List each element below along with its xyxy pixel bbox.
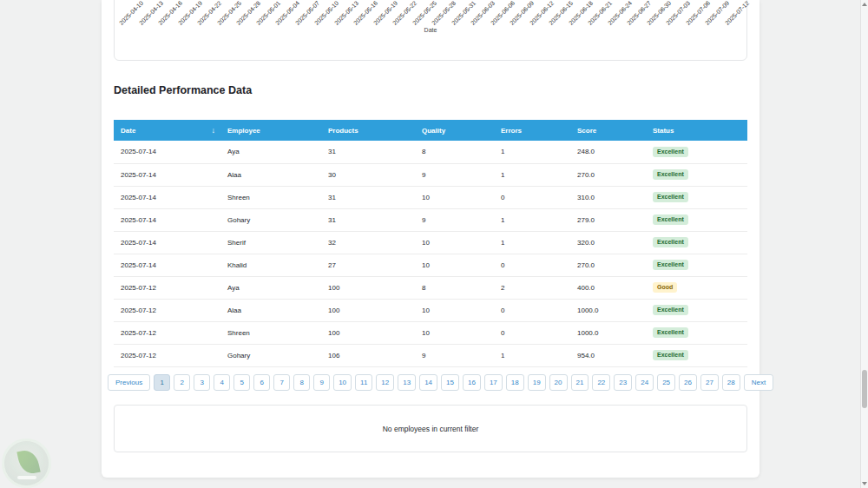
page-button[interactable]: 23	[614, 374, 632, 391]
table-cell: 9	[415, 163, 494, 186]
table-cell: 310.0	[570, 186, 646, 208]
section-title: Detailed Performance Data	[114, 84, 252, 96]
column-header-status[interactable]: Status	[646, 120, 747, 141]
page-button[interactable]: 11	[355, 374, 372, 391]
table-cell: 31	[321, 186, 415, 208]
table-cell: 2	[494, 276, 570, 299]
page-button[interactable]: 4	[214, 374, 230, 391]
table-cell: 2025-07-14	[114, 163, 220, 186]
table-cell: Shreen	[220, 186, 321, 208]
table-cell: Aya	[220, 276, 321, 299]
table-cell-status: Excellent	[646, 163, 747, 186]
table-cell: Shreen	[220, 321, 321, 344]
table-row: 2025-07-12Shreen1001001000.0Excellent	[114, 321, 747, 344]
page-button[interactable]: 5	[233, 374, 250, 391]
table-cell-status: Excellent	[646, 186, 747, 208]
table-cell: 2025-07-12	[114, 344, 220, 366]
table-header-row: Date ↓ Employee Products Quality Errors …	[114, 120, 747, 141]
table-cell: 400.0	[570, 276, 646, 299]
sort-descending-icon[interactable]: ↓	[212, 126, 216, 135]
column-label: Quality	[422, 127, 445, 135]
table-cell: 8	[415, 276, 494, 299]
page-button[interactable]: 25	[657, 374, 675, 391]
status-badge: Excellent	[653, 169, 688, 180]
column-header-errors[interactable]: Errors	[494, 120, 570, 141]
table-cell: 10	[415, 321, 494, 344]
page: 2025-04-102025-04-132025-04-162025-04-19…	[0, 0, 868, 488]
table-cell: 1	[494, 208, 570, 231]
page-button[interactable]: 15	[441, 374, 459, 391]
table-cell: 100	[321, 299, 415, 321]
table-cell: 2025-07-14	[114, 231, 220, 254]
page-button[interactable]: 2	[174, 374, 190, 391]
table-cell: 0	[494, 299, 570, 321]
table-cell-status: Excellent	[646, 141, 747, 163]
column-header-score[interactable]: Score	[570, 120, 646, 141]
previous-page-button[interactable]: Previous	[108, 374, 150, 391]
table-cell: 10	[415, 186, 494, 208]
column-label: Errors	[501, 127, 522, 135]
table-cell: 10	[415, 254, 494, 276]
page-button[interactable]: 12	[376, 374, 394, 391]
status-badge: Excellent	[653, 305, 688, 315]
page-button[interactable]: 24	[635, 374, 654, 391]
table-cell: 1000.0	[570, 299, 646, 321]
table-cell-status: Excellent	[646, 254, 747, 276]
scrollbar-thumb[interactable]	[862, 370, 867, 408]
x-axis-label: Date	[115, 27, 746, 33]
empty-state-message: No employees in current filter	[383, 425, 479, 433]
page-button[interactable]: 14	[419, 374, 437, 391]
status-badge: Excellent	[653, 147, 688, 157]
table-cell: 32	[321, 231, 415, 254]
page-button[interactable]: 20	[549, 374, 568, 391]
page-button[interactable]: 21	[571, 374, 589, 391]
page-button[interactable]: 13	[398, 374, 416, 391]
table-cell: 2025-07-12	[114, 321, 220, 344]
column-label: Status	[653, 127, 674, 135]
page-button[interactable]: 8	[293, 374, 310, 391]
page-button-active[interactable]: 1	[154, 374, 170, 391]
column-header-employee[interactable]: Employee	[220, 120, 321, 141]
column-header-products[interactable]: Products	[321, 120, 415, 141]
column-header-quality[interactable]: Quality	[415, 120, 494, 141]
table-row: 2025-07-14Shreen31100310.0Excellent	[114, 186, 747, 208]
table-row: 2025-07-14Khalid27100270.0Excellent	[114, 254, 747, 276]
table-cell: 30	[321, 163, 415, 186]
page-button[interactable]: 28	[722, 374, 740, 391]
table-cell: 2025-07-12	[114, 299, 220, 321]
page-button[interactable]: 27	[700, 374, 719, 391]
column-header-date[interactable]: Date ↓	[114, 120, 220, 141]
page-button[interactable]: 18	[506, 374, 524, 391]
scroll-down-arrow-icon[interactable]	[861, 479, 868, 488]
scrollbar[interactable]	[860, 0, 868, 488]
page-button[interactable]: 19	[528, 374, 546, 391]
page-button[interactable]: 10	[333, 374, 352, 391]
page-button[interactable]: 7	[273, 374, 290, 391]
table-cell: 2025-07-12	[114, 276, 220, 299]
page-button[interactable]: 17	[484, 374, 503, 391]
page-button[interactable]: 16	[463, 374, 481, 391]
table-cell: 1	[494, 344, 570, 366]
table-row: 2025-07-14Aya3181248.0Excellent	[114, 141, 747, 163]
table-cell: 1000.0	[570, 321, 646, 344]
leaf-icon	[16, 448, 40, 476]
status-badge: Excellent	[653, 327, 688, 338]
page-button[interactable]: 6	[253, 374, 270, 391]
scroll-up-arrow-icon[interactable]	[861, 0, 868, 9]
table-cell: Khalid	[220, 254, 321, 276]
table-cell: 279.0	[570, 208, 646, 231]
table-row: 2025-07-12Gohary10691954.0Excellent	[114, 344, 747, 366]
page-button[interactable]: 22	[592, 374, 610, 391]
page-button[interactable]: 3	[194, 374, 210, 391]
page-button[interactable]: 26	[679, 374, 697, 391]
page-button[interactable]: 9	[313, 374, 330, 391]
empty-state: No employees in current filter	[114, 405, 747, 452]
watermark-caption	[17, 476, 36, 479]
content-card: 2025-04-102025-04-132025-04-162025-04-19…	[102, 0, 760, 478]
table-cell: 2025-07-14	[114, 186, 220, 208]
table-cell-status: Excellent	[646, 299, 747, 321]
next-page-button[interactable]: Next	[744, 374, 773, 391]
status-badge: Excellent	[653, 192, 688, 202]
chart-card: 2025-04-102025-04-132025-04-162025-04-19…	[114, 0, 747, 61]
leaf-logo-watermark	[2, 439, 51, 488]
